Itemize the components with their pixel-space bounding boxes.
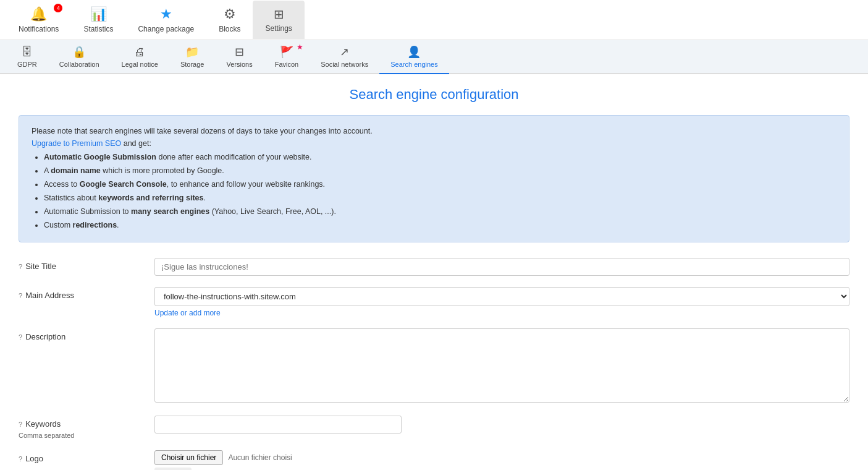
statistics-label: Statistics — [83, 25, 113, 33]
logo-label: ? Logo — [19, 450, 154, 463]
info-banner-item-5: Automatic Submission to many search engi… — [44, 205, 836, 218]
search-engine-form: ? Site Title ¡Sigue las instrucciones! ?… — [19, 258, 849, 470]
main-address-field: follow-the-instructions-with.sitew.com U… — [154, 287, 849, 317]
page-title: Search engine configuration — [19, 87, 849, 103]
logo-help-icon[interactable]: ? — [19, 455, 22, 463]
sub-navigation: 🗄 GDPR 🔒 Collaboration 🖨 Legal notice 📁 … — [0, 40, 868, 74]
favicon-label: Favicon — [275, 61, 299, 68]
change-package-label: Change package — [138, 25, 194, 33]
info-banner-list: Automatic Google Submission done after e… — [44, 151, 836, 231]
keywords-input[interactable] — [154, 416, 402, 434]
gdpr-label: GDPR — [17, 61, 37, 68]
update-address-link[interactable]: Update or add more — [154, 309, 849, 317]
info-banner-item-4: Statistics about keywords and referring … — [44, 192, 836, 204]
keywords-row: ? Keywords Comma separated — [19, 416, 849, 439]
notifications-badge: 4 — [54, 4, 62, 12]
blocks-icon: ⚙ — [224, 6, 236, 22]
subnav-favicon[interactable]: 🚩 ★ Favicon — [264, 40, 310, 73]
favicon-star-badge: ★ — [297, 43, 303, 51]
keywords-sublabel: Comma separated — [19, 432, 75, 439]
keywords-help-icon[interactable]: ? — [19, 421, 22, 428]
keywords-field — [154, 416, 849, 434]
legal-notice-label: Legal notice — [122, 61, 158, 68]
main-address-select[interactable]: follow-the-instructions-with.sitew.com — [154, 287, 849, 306]
description-help-icon[interactable]: ? — [19, 333, 22, 341]
main-address-label: ? Main Address — [19, 287, 154, 300]
no-file-text: Aucun fichier choisi — [228, 453, 292, 462]
subnav-search-engines[interactable]: 👤 Search engines — [379, 40, 449, 74]
subnav-storage[interactable]: 📁 Storage — [169, 40, 216, 73]
info-banner-item-1: Automatic Google Submission done after e… — [44, 151, 836, 163]
nav-item-notifications[interactable]: 🔔 4 Notifications — [6, 0, 71, 40]
storage-icon: 📁 — [185, 45, 199, 59]
notifications-icon: 🔔 — [30, 6, 47, 22]
versions-label: Versions — [226, 61, 252, 68]
blocks-label: Blocks — [219, 25, 240, 33]
logo-row: ? Logo Choisir un fichier Aucun fichier … — [19, 450, 849, 470]
social-networks-icon: ↗ — [340, 45, 349, 59]
description-row: ? Description — [19, 328, 849, 404]
site-title-row: ? Site Title ¡Sigue las instrucciones! — [19, 258, 849, 276]
subnav-social-networks[interactable]: ↗ Social networks — [310, 40, 379, 73]
search-engines-label: Search engines — [390, 61, 437, 68]
info-banner-item-3: Access to Google Search Console, to enha… — [44, 178, 836, 190]
nav-item-statistics[interactable]: 📊 Statistics — [71, 0, 125, 40]
upgrade-link[interactable]: Upgrade to Premium SEO — [32, 139, 121, 148]
settings-label: Settings — [265, 24, 292, 33]
versions-icon: ⊟ — [235, 45, 244, 59]
info-banner-note: Please note that search engines will tak… — [32, 127, 373, 135]
description-label: ? Description — [19, 328, 154, 341]
main-content: Search engine configuration Please note … — [0, 74, 868, 470]
subnav-gdpr[interactable]: 🗄 GDPR — [6, 41, 48, 73]
keywords-label: ? Keywords Comma separated — [19, 416, 154, 439]
site-logos-placeholder: Site logos — [154, 468, 192, 470]
info-banner: Please note that search engines will tak… — [19, 115, 849, 242]
site-title-field: ¡Sigue las instrucciones! — [154, 258, 849, 276]
file-upload-row: Choisir un fichier Aucun fichier choisi — [154, 450, 849, 465]
legal-notice-icon: 🖨 — [134, 46, 145, 59]
storage-label: Storage — [180, 61, 204, 68]
search-engines-icon: 👤 — [407, 45, 421, 59]
main-address-row: ? Main Address follow-the-instructions-w… — [19, 287, 849, 317]
settings-icon: ⊞ — [274, 7, 284, 22]
subnav-legal-notice[interactable]: 🖨 Legal notice — [111, 41, 169, 73]
gdpr-icon: 🗄 — [22, 46, 33, 59]
nav-item-settings[interactable]: ⊞ Settings — [253, 1, 304, 39]
statistics-icon: 📊 — [90, 6, 107, 22]
nav-item-blocks[interactable]: ⚙ Blocks — [206, 0, 253, 40]
collaboration-label: Collaboration — [59, 61, 99, 68]
change-package-icon: ★ — [160, 6, 172, 22]
favicon-icon: 🚩 — [280, 45, 293, 59]
main-address-help-icon[interactable]: ? — [19, 292, 22, 299]
subnav-collaboration[interactable]: 🔒 Collaboration — [48, 40, 111, 73]
info-banner-item-2: A domain name which is more promoted by … — [44, 164, 836, 177]
site-title-input[interactable]: ¡Sigue las instrucciones! — [154, 258, 849, 276]
description-textarea[interactable] — [154, 328, 849, 403]
social-networks-label: Social networks — [321, 61, 368, 68]
notifications-label: Notifications — [19, 25, 59, 33]
info-banner-item-6: Custom redirections. — [44, 219, 836, 231]
nav-item-change-package[interactable]: ★ Change package — [125, 0, 206, 40]
collaboration-icon: 🔒 — [72, 45, 86, 59]
subnav-versions[interactable]: ⊟ Versions — [215, 40, 263, 73]
site-title-label: ? Site Title — [19, 258, 154, 271]
site-title-help-icon[interactable]: ? — [19, 263, 22, 270]
logo-field: Choisir un fichier Aucun fichier choisi … — [154, 450, 849, 470]
choose-file-button[interactable]: Choisir un fichier — [154, 450, 223, 465]
description-field — [154, 328, 849, 404]
top-navigation: 🔔 4 Notifications 📊 Statistics ★ Change … — [0, 0, 868, 40]
